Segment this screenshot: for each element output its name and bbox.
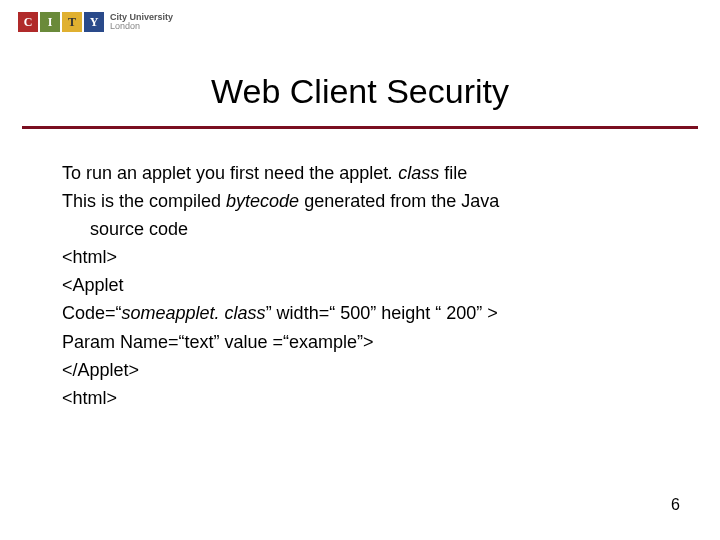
body-line-7: </Applet> (62, 357, 662, 383)
slide-body: To run an applet you first need the appl… (62, 160, 662, 413)
body-line-8: <html> (62, 385, 662, 411)
body-line-2: This is the compiled bytecode generated … (62, 188, 662, 214)
page-number: 6 (671, 496, 680, 514)
body-line-3: <html> (62, 244, 662, 270)
body-line-5: Code=“someapplet. class” width=“ 500” he… (62, 300, 662, 326)
body-line-5a: Code=“ (62, 303, 122, 323)
body-line-2a: This is the compiled (62, 191, 226, 211)
logo-letter-c: C (18, 12, 38, 32)
body-line-2-cont: source code (62, 216, 662, 242)
logo-letter-i: I (40, 12, 60, 32)
body-line-5b: someapplet. class (122, 303, 266, 323)
body-line-4: <Applet (62, 272, 662, 298)
body-line-1b: . class (388, 163, 439, 183)
title-divider (22, 126, 698, 129)
logo-text-line2: London (110, 22, 173, 31)
body-line-1a: To run an applet you first need the appl… (62, 163, 388, 183)
logo-letter-y: Y (84, 12, 104, 32)
logo-letter-t: T (62, 12, 82, 32)
body-line-2c: generated from the Java (299, 191, 499, 211)
body-line-6: Param Name=“text” value =“example”> (62, 329, 662, 355)
body-line-2b: bytecode (226, 191, 299, 211)
logo-boxes: C I T Y (18, 12, 104, 32)
body-line-1c: file (439, 163, 467, 183)
body-line-5c: ” width=“ 500” height “ 200” > (266, 303, 498, 323)
body-line-1: To run an applet you first need the appl… (62, 160, 662, 186)
slide-title: Web Client Security (0, 72, 720, 111)
logo-text: City University London (110, 13, 173, 32)
university-logo: C I T Y City University London (18, 12, 173, 32)
